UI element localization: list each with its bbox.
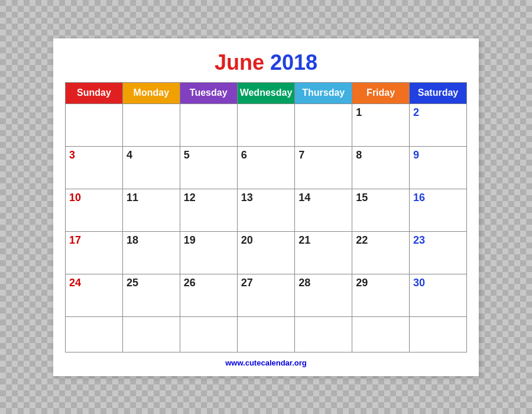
- calendar-day[interactable]: 29: [352, 274, 410, 316]
- calendar-day[interactable]: 8: [352, 146, 410, 189]
- calendar-day[interactable]: 19: [180, 231, 237, 274]
- header-friday: Friday: [352, 82, 410, 104]
- calendar-day[interactable]: 20: [237, 231, 295, 274]
- calendar-day[interactable]: 25: [122, 274, 180, 316]
- year-value: 2018: [270, 50, 317, 75]
- calendar-day[interactable]: 6: [237, 146, 295, 189]
- calendar-day[interactable]: 5: [180, 146, 237, 189]
- header-monday: Monday: [122, 82, 180, 104]
- header-saturday: Saturday: [410, 82, 467, 104]
- month-label: June: [215, 50, 264, 75]
- website-link[interactable]: www.cutecalendar.org: [65, 358, 467, 367]
- calendar-day[interactable]: 13: [237, 189, 295, 231]
- calendar-day[interactable]: 24: [66, 274, 123, 316]
- calendar-day[interactable]: 1: [352, 104, 410, 146]
- calendar-day[interactable]: 10: [66, 189, 123, 231]
- calendar-container: June 2018 Sunday Monday Tuesday Wednesda…: [53, 38, 479, 376]
- calendar-day[interactable]: 2: [410, 104, 467, 146]
- calendar-day[interactable]: 16: [410, 189, 467, 231]
- header-thursday: Thursday: [295, 82, 352, 104]
- calendar-day[interactable]: 4: [122, 146, 180, 189]
- calendar-day[interactable]: [410, 316, 467, 352]
- header-wednesday: Wednesday: [237, 82, 295, 104]
- calendar-day[interactable]: 7: [295, 146, 352, 189]
- calendar-day[interactable]: 28: [295, 274, 352, 316]
- calendar-day[interactable]: [122, 316, 180, 352]
- calendar-day[interactable]: 30: [410, 274, 467, 316]
- calendar-day[interactable]: 18: [122, 231, 180, 274]
- calendar-day[interactable]: 12: [180, 189, 237, 231]
- calendar-day[interactable]: 3: [66, 146, 123, 189]
- calendar-day[interactable]: 26: [180, 274, 237, 316]
- calendar-day[interactable]: [237, 316, 295, 352]
- calendar-day[interactable]: 22: [352, 231, 410, 274]
- calendar-day[interactable]: [180, 104, 237, 146]
- calendar-day[interactable]: [180, 316, 237, 352]
- calendar-day[interactable]: 17: [66, 231, 123, 274]
- calendar-day[interactable]: [295, 316, 352, 352]
- calendar-day[interactable]: [352, 316, 410, 352]
- calendar-day[interactable]: 23: [410, 231, 467, 274]
- calendar-day[interactable]: 9: [410, 146, 467, 189]
- header-tuesday: Tuesday: [180, 82, 237, 104]
- calendar-day[interactable]: 11: [122, 189, 180, 231]
- calendar-day[interactable]: [66, 316, 123, 352]
- calendar-grid: Sunday Monday Tuesday Wednesday Thursday…: [65, 82, 467, 352]
- calendar-day[interactable]: [122, 104, 180, 146]
- calendar-title: June 2018: [65, 50, 467, 75]
- calendar-day[interactable]: 27: [237, 274, 295, 316]
- header-sunday: Sunday: [66, 82, 123, 104]
- calendar-day[interactable]: [295, 104, 352, 146]
- calendar-day[interactable]: [66, 104, 123, 146]
- calendar-day[interactable]: 15: [352, 189, 410, 231]
- calendar-day[interactable]: 21: [295, 231, 352, 274]
- calendar-day[interactable]: [237, 104, 295, 146]
- calendar-day[interactable]: 14: [295, 189, 352, 231]
